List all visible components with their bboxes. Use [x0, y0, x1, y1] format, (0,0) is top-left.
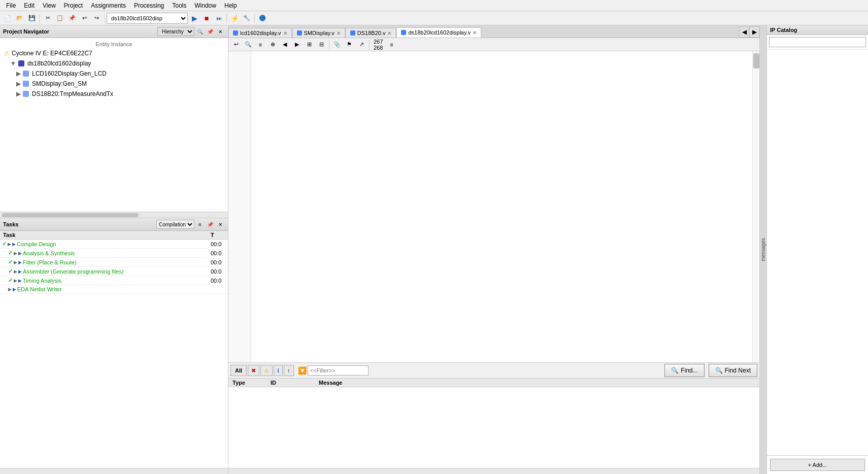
info-btn[interactable]: 🔵 [257, 13, 268, 24]
module-icon-sm [23, 81, 29, 87]
editor-btn8[interactable]: ⊟ [316, 39, 327, 50]
nav-close-btn[interactable]: ✕ [216, 27, 225, 36]
col-msg-header: Message [319, 380, 342, 386]
tab-close-ds2[interactable]: ✕ [473, 30, 477, 36]
left-panel: Project Navigator Hierarchy 🔍 📌 ✕ Entity… [0, 25, 228, 474]
nav-item-ds18b20-module[interactable]: ▶ DS18B20:TmpMeasureAndTx [2, 89, 226, 99]
nav-pin-btn[interactable]: 📌 [206, 27, 215, 36]
menu-tools[interactable]: Tools [168, 1, 190, 10]
nav-item-cyclone[interactable]: ⚠ Cyclone IV E: EP4CE6E22C7 [2, 48, 226, 58]
task-row[interactable]: ▶▶EDA Netlist Writer [0, 285, 228, 294]
task-name: Compile Design [17, 241, 56, 247]
task-expand-icon[interactable]: ▶ [8, 242, 11, 247]
editor-btn3[interactable]: ≡ [255, 39, 266, 50]
col-id-header: ID [271, 380, 298, 386]
menu-view[interactable]: View [39, 1, 60, 10]
task-row[interactable]: ✓▶▶Assembler (Generate programming files… [0, 267, 228, 276]
message-content [228, 387, 759, 468]
save-btn[interactable]: 💾 [26, 13, 38, 24]
task-expand-icon[interactable]: ▶ [14, 269, 17, 274]
tab-close-lcd[interactable]: ✕ [283, 30, 287, 36]
menu-file[interactable]: File [2, 1, 20, 10]
tab-ds18b20lcd[interactable]: ds18b20lcd1602display.v ✕ [396, 27, 481, 38]
tab-nav-prev[interactable]: ◀ [739, 26, 749, 38]
task-play-icon: ▶ [18, 260, 22, 265]
task-row[interactable]: ✓▶▶Analysis & Synthesis00:0 [0, 249, 228, 258]
copy-btn[interactable]: 📋 [54, 13, 65, 24]
ip-add-button[interactable]: + Add... [770, 459, 865, 471]
msg-all-btn[interactable]: All [230, 365, 247, 376]
filter-input[interactable] [308, 365, 369, 376]
ip-search-input[interactable] [769, 37, 866, 47]
task-row[interactable]: ✓▶▶Timing Analysis00:0 [0, 276, 228, 285]
msg-scrollbar-h[interactable] [228, 468, 759, 474]
editor-btn4[interactable]: ⊕ [267, 39, 278, 50]
msg-warn-btn[interactable]: ⚠ [260, 365, 273, 376]
find-next-button[interactable]: 🔍 Find Next [709, 364, 757, 377]
prog-btn[interactable]: ⚡ [229, 13, 240, 24]
editor-btn11[interactable]: ↗ [356, 39, 367, 50]
compilation-dropdown[interactable]: Compilation [156, 220, 194, 229]
new-btn[interactable]: 📄 [2, 13, 13, 24]
msg-error-btn[interactable]: ✖ [248, 365, 259, 376]
paste-btn[interactable]: 📌 [66, 13, 78, 24]
stop-btn[interactable]: ■ [201, 13, 212, 24]
tab-close-ds[interactable]: ✕ [387, 30, 391, 36]
editor-btn7[interactable]: ⊞ [304, 39, 315, 50]
tasks-pin-btn[interactable]: 📌 [206, 220, 215, 229]
find-button[interactable]: 🔍 Find... [664, 364, 704, 377]
open-btn[interactable]: 📂 [14, 13, 25, 24]
editor-btn2[interactable]: 🔍 [243, 39, 254, 50]
code-content[interactable] [251, 51, 752, 362]
msg-info-btn[interactable]: ℹ [274, 365, 283, 376]
task-expand-icon[interactable]: ▶ [14, 260, 17, 265]
tasks-list-btn[interactable]: ≡ [195, 220, 205, 229]
menu-window[interactable]: Window [190, 1, 220, 10]
editor-btn9[interactable]: 📎 [331, 39, 343, 50]
lcd1602-label: LCD1602Display:Gen_LCD [32, 70, 107, 77]
menu-assignments[interactable]: Assignments [87, 1, 130, 10]
task-expand-icon[interactable]: ▶ [14, 251, 17, 256]
tab-ds18b20[interactable]: DS18B20.v ✕ [346, 28, 396, 38]
tab-smdisplay[interactable]: SMDisplay.v ✕ [292, 28, 345, 38]
vertical-scrollbar[interactable] [752, 51, 759, 362]
task-checkmark: ✓ [8, 250, 13, 256]
hierarchy-dropdown[interactable]: Hierarchy [157, 27, 194, 36]
menu-edit[interactable]: Edit [20, 1, 39, 10]
tab-close-sm[interactable]: ✕ [337, 30, 341, 36]
center-panel: lcd1602display.v ✕ SMDisplay.v ✕ DS18B20… [228, 25, 759, 474]
side-tab-messages[interactable]: messages [759, 234, 767, 265]
editor-btn12[interactable]: ≡ [386, 39, 397, 50]
menu-project[interactable]: Project [60, 1, 87, 10]
task-expand-icon[interactable]: ▶ [8, 287, 12, 292]
editor-btn10[interactable]: ⚑ [344, 39, 355, 50]
project-combo[interactable]: ds18b20lcd1602disp [107, 13, 188, 24]
nav-scrollbar-h[interactable] [0, 212, 228, 218]
redo-btn[interactable]: ↪ [91, 13, 102, 24]
nav-item-ds18b20[interactable]: ▼ ds18b20lcd1602display [2, 58, 226, 69]
tab-nav-next[interactable]: ▶ [749, 26, 759, 38]
chip-btn[interactable]: 🔧 [241, 13, 252, 24]
compile-btn[interactable]: ▶ [189, 13, 200, 24]
nav-item-smdisplay[interactable]: ▶ SMDisplay:Gen_SM [2, 79, 226, 89]
menu-processing[interactable]: Processing [130, 1, 168, 10]
task-row[interactable]: ✓▶▶Compile Design00:0 [0, 240, 228, 249]
tab-lcd1602display[interactable]: lcd1602display.v ✕ [228, 28, 292, 38]
msg-suppress-btn[interactable]: ↑ [284, 365, 294, 376]
menu-help[interactable]: Help [220, 1, 241, 10]
editor-btn1[interactable]: ↩ [230, 39, 242, 50]
task-time: 00:0 [208, 249, 228, 258]
nav-item-lcd1602[interactable]: ▶ LCD1602Display:Gen_LCD [2, 69, 226, 79]
task-checkmark: ✓ [2, 241, 7, 247]
undo-btn[interactable]: ↩ [79, 13, 90, 24]
nav-search-btn[interactable]: 🔍 [195, 27, 205, 36]
tasks-close-btn[interactable]: ✕ [216, 220, 225, 229]
chip-icon [18, 60, 24, 66]
tasks-scrollbar-h[interactable] [0, 468, 228, 474]
editor-btn5[interactable]: ◀ [279, 39, 290, 50]
cut-btn[interactable]: ✂ [42, 13, 53, 24]
task-expand-icon[interactable]: ▶ [14, 278, 17, 283]
editor-btn6[interactable]: ▶ [291, 39, 303, 50]
task-row[interactable]: ✓▶▶Fitter (Place & Route)00:0 [0, 258, 228, 267]
compile-all-btn[interactable]: ⏭ [213, 13, 224, 24]
